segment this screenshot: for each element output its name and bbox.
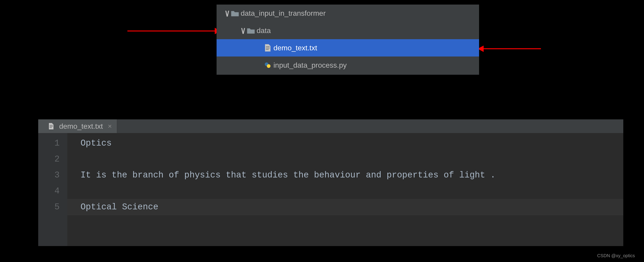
code-area[interactable]: Optics It is the branch of physics that … bbox=[67, 133, 623, 246]
line-number: 2 bbox=[38, 151, 60, 167]
tree-label: input_data_process.py bbox=[272, 62, 347, 69]
editor-tab-demo-text[interactable]: demo_text.txt × bbox=[38, 119, 117, 133]
tree-label: demo_text.txt bbox=[272, 44, 317, 52]
text-file-icon bbox=[263, 44, 272, 52]
project-tree-panel: ∨ data_input_in_transformer ∨ data demo_… bbox=[216, 5, 479, 75]
watermark: CSDN @xy_optics bbox=[597, 253, 635, 258]
editor-tab-bar: demo_text.txt × bbox=[38, 119, 623, 133]
editor-tab-label: demo_text.txt bbox=[59, 122, 103, 130]
text-file-icon bbox=[46, 123, 56, 130]
editor-panel: demo_text.txt × 1 2 3 4 5 Optics It is t… bbox=[38, 119, 623, 246]
line-number-gutter: 1 2 3 4 5 bbox=[38, 133, 67, 246]
tree-label: data_input_in_transformer bbox=[240, 10, 326, 17]
tree-folder-data[interactable]: ∨ data bbox=[216, 22, 479, 39]
code-line: It is the branch of physics that studies… bbox=[80, 167, 623, 183]
arrow-annotation-left bbox=[128, 31, 216, 32]
line-number: 5 bbox=[38, 199, 60, 215]
code-line bbox=[80, 151, 623, 167]
line-number: 4 bbox=[38, 183, 60, 199]
tree-folder-root[interactable]: ∨ data_input_in_transformer bbox=[216, 5, 479, 22]
code-line: Optical Science bbox=[80, 199, 623, 215]
python-file-icon bbox=[263, 62, 272, 69]
line-number: 1 bbox=[38, 135, 60, 151]
chevron-down-icon[interactable]: ∨ bbox=[224, 9, 230, 18]
line-number: 3 bbox=[38, 167, 60, 183]
folder-icon bbox=[246, 27, 256, 34]
arrow-annotation-right bbox=[483, 48, 541, 49]
chevron-down-icon[interactable]: ∨ bbox=[240, 26, 246, 35]
code-line bbox=[80, 183, 623, 199]
tree-label: data bbox=[256, 27, 271, 34]
svg-point-1 bbox=[267, 64, 270, 68]
code-line: Optics bbox=[80, 135, 623, 151]
tree-file-input-data-process[interactable]: input_data_process.py bbox=[216, 57, 479, 74]
editor-body[interactable]: 1 2 3 4 5 Optics It is the branch of phy… bbox=[38, 133, 623, 246]
folder-icon bbox=[230, 10, 240, 16]
close-icon[interactable]: × bbox=[106, 123, 112, 130]
tree-file-demo-text[interactable]: demo_text.txt bbox=[216, 39, 479, 57]
